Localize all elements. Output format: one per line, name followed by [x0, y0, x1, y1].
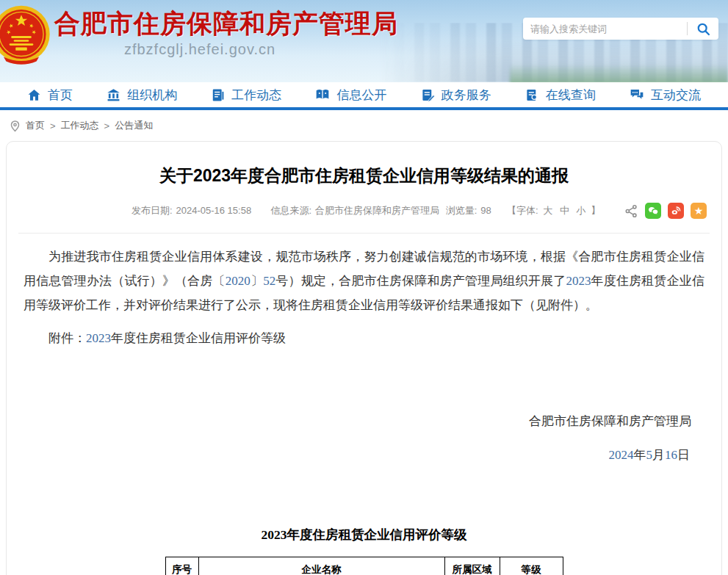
nav-item-label: 互动交流: [651, 87, 701, 104]
nav-item-label: 首页: [48, 87, 73, 104]
attachment-line[interactable]: 附件：2023年度住房租赁企业信用评价等级: [24, 326, 704, 350]
search-icon: [696, 21, 711, 37]
nav-item-label: 组织机构: [127, 87, 177, 104]
signature-date: 2024年5月16日: [24, 443, 704, 467]
font-size-small[interactable]: 小: [577, 205, 586, 216]
font-size-prefix: 【字体:: [507, 205, 538, 216]
breadcrumb: 首页 > 工作动态 > 公告通知: [0, 110, 728, 141]
col-header-grade: 等级: [500, 557, 563, 575]
nav-item-label: 信息公开: [336, 87, 386, 104]
chat-icon: [630, 87, 644, 102]
article-meta: 发布日期:2024-05-16 15:58 信息来源:合肥市住房保障和房产管理局…: [18, 204, 710, 222]
home-icon: [27, 88, 41, 102]
publish-date-label: 发布日期:: [131, 205, 173, 216]
share-icon[interactable]: [624, 204, 638, 218]
share-toolbar: ★: [624, 203, 707, 219]
service-pen-icon: [421, 88, 435, 102]
national-emblem-logo: [0, 4, 53, 68]
nav-item-services[interactable]: 政务服务: [421, 87, 491, 104]
article-title: 关于2023年度合肥市住房租赁企业信用等级结果的通报: [18, 164, 710, 187]
query-search-icon: [525, 88, 539, 102]
main-navigation: 首页 组织机构 工作动态 信息公开: [0, 82, 728, 110]
attachment-table-title: 2023年度住房租赁企业信用评价等级: [24, 523, 704, 547]
publish-date-value: 2024-05-16 15:58: [176, 205, 252, 216]
table-header-row: 序号 企业名称 所属区域 等级: [165, 557, 563, 575]
park-background: [510, 60, 728, 82]
favorite-star-icon[interactable]: ★: [691, 203, 707, 219]
news-icon: [211, 88, 225, 102]
header-banner: 合肥市住房保障和房产管理局 zfbzfcglj.hefei.gov.cn: [0, 0, 728, 82]
nav-item-label: 在线查询: [546, 87, 596, 104]
article-body: 为推进我市住房租赁企业信用体系建设，规范市场秩序，努力创建诚信规范的市场环境，根…: [18, 245, 710, 575]
site-identity: 合肥市住房保障和房产管理局 zfbzfcglj.hefei.gov.cn: [54, 10, 345, 58]
credit-grade-table: 序号 企业名称 所属区域 等级 1 合肥市住房租赁发展股份有限公司 蜀山区 AA…: [165, 557, 563, 575]
site-title: 合肥市住房保障和房产管理局: [54, 10, 345, 39]
page: 合肥市住房保障和房产管理局 zfbzfcglj.hefei.gov.cn 首页: [0, 0, 728, 575]
source-value: 合肥市住房保障和房产管理局: [315, 205, 439, 216]
col-header-no: 序号: [165, 557, 198, 575]
breadcrumb-separator: >: [50, 120, 56, 131]
article-paragraph: 为推进我市住房租赁企业信用体系建设，规范市场秩序，努力创建诚信规范的市场环境，根…: [24, 245, 704, 317]
search-box: [523, 18, 718, 40]
font-size-medium[interactable]: 中: [560, 205, 569, 216]
weibo-share-icon[interactable]: [668, 203, 684, 219]
nav-item-online-query[interactable]: 在线查询: [525, 87, 596, 104]
nav-item-news[interactable]: 工作动态: [211, 87, 281, 104]
institution-icon: [107, 88, 120, 102]
views-value: 98: [480, 205, 491, 216]
site-url: zfbzfcglj.hefei.gov.cn: [54, 41, 345, 58]
font-size-large[interactable]: 大: [543, 205, 552, 216]
nav-item-organization[interactable]: 组织机构: [107, 87, 177, 104]
meta-divider: [18, 233, 710, 234]
nav-item-home[interactable]: 首页: [27, 87, 73, 104]
signature-org: 合肥市住房保障和房产管理局: [24, 409, 704, 433]
nav-item-label: 政务服务: [442, 87, 491, 104]
breadcrumb-separator: >: [104, 120, 110, 131]
wechat-share-icon[interactable]: [645, 203, 661, 219]
nav-item-interaction[interactable]: 互动交流: [630, 87, 701, 104]
views-label: 浏览量:: [446, 205, 477, 216]
breadcrumb-home[interactable]: 首页: [26, 119, 45, 132]
source-label: 信息来源:: [270, 205, 311, 216]
nav-item-label: 工作动态: [231, 87, 281, 104]
search-input[interactable]: [523, 23, 687, 35]
font-size-suffix: 】: [591, 205, 600, 216]
col-header-district: 所属区域: [444, 557, 500, 575]
col-header-company: 企业名称: [198, 557, 444, 575]
open-book-icon: [315, 87, 330, 102]
nav-item-info-disclosure[interactable]: 信息公开: [315, 87, 386, 104]
article-container: 关于2023年度合肥市住房租赁企业信用等级结果的通报 发布日期:2024-05-…: [6, 141, 722, 575]
breadcrumb-work-news[interactable]: 工作动态: [61, 119, 99, 132]
location-pin-icon: [10, 120, 21, 132]
search-button[interactable]: [688, 18, 718, 40]
breadcrumb-notice[interactable]: 公告通知: [115, 119, 153, 132]
